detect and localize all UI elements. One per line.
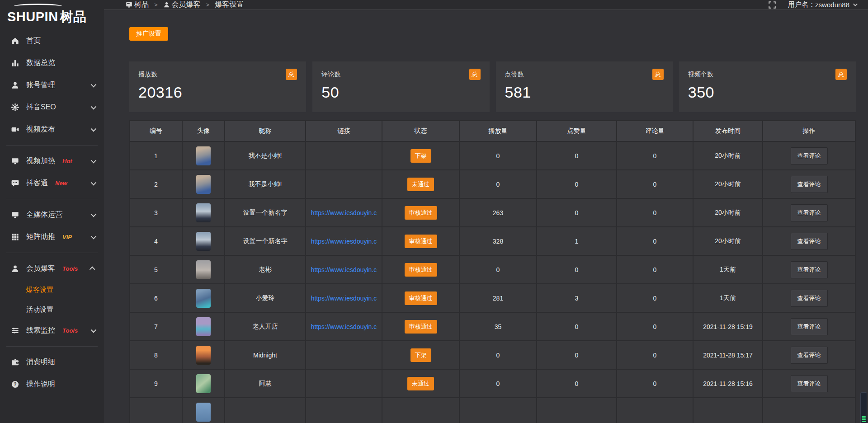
sidebar-subitem-活动设置[interactable]: 活动设置 — [0, 300, 104, 320]
cell-action — [763, 398, 855, 423]
screen-small-icon — [126, 1, 132, 8]
view-comments-button[interactable]: 查看评论 — [791, 290, 828, 307]
view-comments-button[interactable]: 查看评论 — [791, 147, 828, 164]
sidebar-item-抖客通[interactable]: 抖客通New — [0, 172, 104, 194]
cell-status: 审核通过 — [382, 198, 459, 227]
cell-id: 6 — [130, 284, 182, 312]
breadcrumb-item-会员爆客[interactable]: 会员爆客 — [163, 0, 201, 9]
cell-id: 4 — [130, 227, 182, 255]
fullscreen-icon[interactable] — [768, 1, 776, 9]
cell-avatar — [182, 312, 225, 341]
sidebar-item-视频发布[interactable]: 视频发布 — [0, 118, 104, 141]
view-comments-button[interactable]: 查看评论 — [791, 375, 828, 392]
logo[interactable]: SHUPIN树品 — [0, 0, 104, 27]
sidebar-item-badge: VIP — [62, 234, 72, 240]
stat-card-value: 50 — [321, 84, 480, 101]
sidebar-item-badge: New — [55, 180, 67, 187]
sidebar-item-全媒体运营[interactable]: 全媒体运营 — [0, 204, 104, 226]
cell-comments: 0 — [617, 141, 693, 170]
sidebar-item-账号管理[interactable]: 账号管理 — [0, 74, 104, 96]
chevron-down-icon — [91, 104, 97, 110]
breadcrumb-item-爆客设置[interactable]: 爆客设置 — [215, 0, 244, 9]
table-body: 1我不是小帅!下架00020小时前查看评论2我不是小帅!未通过00020小时前查… — [130, 141, 855, 423]
sidebar-item-抖音SEO[interactable]: 抖音SEO — [0, 96, 104, 118]
status-badge: 审核通过 — [405, 291, 437, 305]
column-header-编号: 编号 — [130, 121, 182, 141]
view-comments-button[interactable]: 查看评论 — [791, 347, 828, 364]
cell-likes: 3 — [537, 284, 617, 312]
table-row: 9阿慧未通过0002021-11-28 15:16查看评论 — [130, 369, 855, 398]
column-header-播放量: 播放量 — [459, 121, 537, 141]
stat-card-label: 点赞数 — [505, 69, 524, 79]
sidebar-item-首页[interactable]: 首页 — [0, 30, 104, 52]
video-link[interactable]: https://www.iesdouyin.c — [311, 266, 377, 273]
cell-nickname: 小爱玲 — [225, 284, 306, 312]
topbar-right: 用户名：zswodun88 — [768, 0, 856, 9]
stat-card-label: 评论数 — [321, 69, 340, 79]
stat-card-value: 581 — [505, 84, 664, 101]
view-comments-button[interactable]: 查看评论 — [791, 233, 828, 250]
status-badge: 未通过 — [407, 178, 434, 191]
table-row: 4设置一个新名字https://www.iesdouyin.c审核通过32810… — [130, 227, 855, 255]
sidebar-divider — [6, 199, 98, 199]
stat-card-播放数: 播放数总20316 — [129, 61, 306, 112]
view-comments-button[interactable]: 查看评论 — [791, 204, 828, 221]
videos-table-wrap: 编号头像昵称链接状态播放量点赞量评论量发布时间操作 1我不是小帅!下架00020… — [129, 120, 856, 423]
table-header-row: 编号头像昵称链接状态播放量点赞量评论量发布时间操作 — [130, 121, 855, 141]
cell-link — [306, 170, 382, 198]
video-link[interactable]: https://www.iesdouyin.c — [311, 209, 377, 216]
chart-icon — [11, 59, 19, 67]
sliders-icon — [11, 326, 19, 335]
sidebar-item-视频加热[interactable]: 视频加热Hot — [0, 150, 104, 172]
widget-stripe — [862, 421, 866, 422]
cell-link — [306, 141, 382, 170]
sidebar-item-label: 首页 — [26, 36, 41, 46]
sidebar-item-label: 账号管理 — [26, 80, 55, 90]
promo-settings-button[interactable]: 推广设置 — [129, 27, 168, 41]
avatar — [196, 403, 211, 422]
video-link[interactable]: https://www.iesdouyin.c — [311, 323, 377, 330]
sidebar-item-消费明细[interactable]: 消费明细 — [0, 351, 104, 373]
logo-en: SHUPIN — [7, 9, 58, 24]
sidebar-item-label: 操作说明 — [26, 380, 55, 389]
cell-action: 查看评论 — [763, 312, 855, 341]
user-menu[interactable]: 用户名：zswodun88 — [788, 0, 856, 9]
sidebar-item-badge: Hot — [62, 158, 72, 164]
cell-avatar — [182, 369, 225, 398]
cell-time: 2021-11-28 15:19 — [693, 312, 763, 341]
person-icon — [11, 264, 19, 273]
floating-widget[interactable] — [860, 392, 867, 423]
cell-status: 审核通过 — [382, 284, 459, 312]
sidebar-item-label: 数据总览 — [26, 58, 55, 68]
video-link[interactable]: https://www.iesdouyin.c — [311, 295, 377, 302]
column-header-发布时间: 发布时间 — [693, 121, 763, 141]
cell-action: 查看评论 — [763, 198, 855, 227]
avatar — [196, 317, 211, 336]
sidebar-item-操作说明[interactable]: ?操作说明 — [0, 373, 104, 395]
cell-comments: 0 — [617, 198, 693, 227]
widget-stripe — [862, 416, 866, 418]
table-row: 3设置一个新名字https://www.iesdouyin.c审核通过26300… — [130, 198, 855, 227]
chevron-down-icon — [91, 82, 97, 88]
view-comments-button[interactable]: 查看评论 — [791, 318, 828, 335]
sidebar-item-会员爆客[interactable]: 会员爆客Tools — [0, 258, 104, 280]
table-row: 8Midnight下架0002021-11-28 15:17查看评论 — [130, 341, 855, 369]
status-badge: 未通过 — [407, 377, 434, 390]
stat-card-label: 播放数 — [138, 69, 157, 79]
sidebar-item-线索监控[interactable]: 线索监控Tools — [0, 320, 104, 342]
breadcrumb-item-树品[interactable]: 树品 — [126, 0, 149, 9]
video-link[interactable]: https://www.iesdouyin.c — [311, 238, 377, 245]
sidebar-item-数据总览[interactable]: 数据总览 — [0, 52, 104, 74]
column-header-点赞量: 点赞量 — [537, 121, 617, 141]
cell-id: 5 — [130, 255, 182, 284]
view-comments-button[interactable]: 查看评论 — [791, 261, 828, 278]
view-comments-button[interactable]: 查看评论 — [791, 176, 828, 193]
sidebar-item-矩阵助推[interactable]: 矩阵助推VIP — [0, 226, 104, 248]
sidebar-subitem-爆客设置[interactable]: 爆客设置 — [0, 280, 104, 300]
cell-plays: 0 — [459, 170, 537, 198]
cell-comments: 0 — [617, 341, 693, 369]
cell-nickname: 老人开店 — [225, 312, 306, 341]
breadcrumb-separator: > — [154, 1, 158, 8]
chevron-down-icon — [91, 234, 97, 240]
username-value: zswodun88 — [815, 1, 849, 9]
